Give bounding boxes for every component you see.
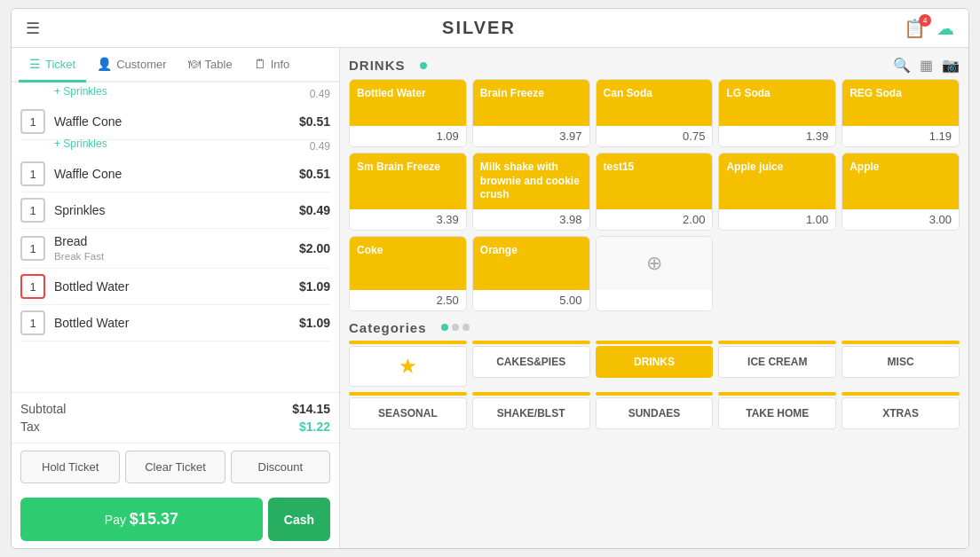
list-item[interactable]: Coke 2.50 [349, 236, 467, 311]
product-price: 1.19 [842, 126, 959, 146]
sidebar-item-category[interactable]: MISC [842, 346, 960, 378]
tab-table-label: Table [205, 58, 233, 71]
product-price: 3.39 [350, 209, 466, 230]
hamburger-icon[interactable]: ☰ [26, 19, 40, 38]
sidebar-item-category[interactable]: XTRAS [842, 397, 960, 429]
list-item[interactable]: Sm Brain Freeze 3.39 [349, 153, 467, 231]
order-item-price: $0.51 [299, 167, 330, 181]
table-row[interactable]: 1 Waffle Cone $0.51 [20, 156, 330, 192]
list-item[interactable]: ⊕ [596, 236, 714, 311]
info-tab-icon: 🗒 [254, 57, 266, 71]
product-card-top: REG Soda [842, 80, 959, 126]
product-name: Apple juice [726, 161, 783, 175]
product-name: LG Soda [726, 87, 770, 101]
order-addon-row: + Sprinkles0.49 [20, 88, 330, 104]
product-name: Apple [850, 161, 879, 175]
order-addon-price: 0.49 [310, 140, 330, 153]
order-qty[interactable]: 1 [20, 310, 45, 335]
notification-icon[interactable]: 📋 4 [904, 18, 926, 39]
category-row: SEASONALSHAKE/BLSTSUNDAESTAKE HOMEXTRAS [349, 392, 960, 429]
tab-info[interactable]: 🗒 Info [243, 48, 301, 82]
hold-ticket-button[interactable]: Hold Ticket [20, 451, 120, 483]
order-item-name: BreadBreak Fast [54, 234, 299, 263]
sidebar-item-category[interactable]: SHAKE/BLST [472, 397, 590, 429]
tax-value: $1.22 [299, 420, 330, 434]
order-qty[interactable]: 1 [20, 198, 45, 223]
product-card-top: Apple [842, 153, 959, 209]
list-item[interactable]: Milk shake with brownie and cookie crush… [472, 153, 590, 231]
tax-label: Tax [20, 420, 40, 434]
product-card-top: Brain Freeze [473, 80, 589, 126]
drinks-actions: 🔍 ▦ 📷 [893, 57, 960, 74]
product-name: Milk shake with brownie and cookie crush [480, 161, 582, 202]
table-row[interactable]: 1 BreadBreak Fast $2.00 [20, 229, 330, 269]
tab-table[interactable]: 🍽 Table [178, 48, 243, 82]
header: ☰ SILVER 📋 4 ☁ [12, 9, 968, 48]
sidebar-item-category[interactable]: SEASONAL [349, 397, 467, 429]
order-addon-label: + Sprinkles [20, 85, 107, 98]
tab-ticket[interactable]: ☰ Ticket [19, 48, 86, 82]
list-item[interactable]: REG Soda 1.19 [842, 79, 960, 147]
table-row[interactable]: 1 Waffle Cone $0.51 [20, 104, 330, 140]
product-price: 3.00 [842, 209, 959, 230]
list-item[interactable]: Orange 5.00 [472, 236, 590, 311]
order-qty[interactable]: 1 [20, 274, 45, 299]
category-row: ★CAKES&PIESDRINKSICE CREAMMISC [349, 341, 960, 387]
order-addon-label: + Sprinkles [20, 137, 107, 150]
table-row[interactable]: 1 Bottled Water $1.09 [20, 269, 330, 305]
order-qty[interactable]: 1 [20, 236, 45, 261]
discount-button[interactable]: Discount [231, 451, 330, 483]
list-item[interactable]: Apple 3.00 [842, 153, 960, 231]
order-item-price: $0.51 [299, 114, 330, 129]
pay-amount: $15.37 [130, 510, 178, 528]
product-name: Bottled Water [357, 87, 426, 101]
order-qty[interactable]: 1 [20, 161, 45, 186]
list-item[interactable]: test15 2.00 [596, 153, 714, 231]
product-price: 0.75 [597, 126, 713, 146]
categories-header: Categories [349, 320, 960, 335]
product-name: Brain Freeze [480, 87, 544, 101]
sidebar-item-category[interactable]: SUNDAES [596, 397, 714, 429]
sidebar-item-category[interactable]: ICE CREAM [718, 346, 836, 378]
product-card-top: Orange [473, 237, 589, 290]
pay-label: Pay [105, 513, 130, 527]
order-totals: Subtotal $14.15 Tax $1.22 [12, 392, 339, 443]
tab-customer[interactable]: 👤 Customer [86, 48, 177, 82]
sidebar-item-category[interactable]: TAKE HOME [718, 397, 836, 429]
product-name: Sm Brain Freeze [357, 161, 440, 175]
app-title: SILVER [54, 18, 904, 38]
product-card-top: Coke [350, 237, 466, 290]
search-icon[interactable]: 🔍 [893, 57, 911, 74]
list-item[interactable]: Brain Freeze 3.97 [472, 79, 590, 147]
drinks-dots [420, 62, 427, 69]
list-item[interactable]: LG Soda 1.39 [718, 79, 836, 147]
product-price: 3.98 [473, 209, 589, 230]
barcode-icon[interactable]: ▦ [920, 57, 933, 74]
list-item[interactable]: Bottled Water 1.09 [349, 79, 467, 147]
clear-ticket-button[interactable]: Clear Ticket [125, 451, 225, 483]
table-row[interactable]: 1 Sprinkles $0.49 [20, 192, 330, 229]
table-tab-icon: 🍽 [188, 57, 201, 71]
product-card-top: Sm Brain Freeze [350, 153, 466, 209]
sidebar-item-category[interactable]: DRINKS [596, 346, 714, 378]
product-grid: Bottled Water 1.09 Brain Freeze 3.97 Can… [349, 79, 960, 311]
add-product-button[interactable]: ⊕ [597, 237, 713, 290]
customer-tab-icon: 👤 [97, 57, 112, 71]
list-item[interactable]: Apple juice 1.00 [718, 153, 836, 231]
camera-icon[interactable]: 📷 [942, 57, 960, 74]
product-price: 2.50 [350, 290, 466, 310]
cash-button[interactable]: Cash [268, 498, 330, 541]
order-item-name: Sprinkles [54, 203, 299, 217]
order-item-name: Bottled Water [54, 316, 299, 330]
list-item[interactable]: Can Soda 0.75 [596, 79, 714, 147]
table-row[interactable]: 1 Bottled Water $1.09 [20, 305, 330, 341]
order-qty[interactable]: 1 [20, 109, 45, 134]
pay-button[interactable]: Pay $15.37 [20, 498, 263, 541]
product-card-top: Milk shake with brownie and cookie crush [473, 153, 589, 209]
sidebar-item-category[interactable]: ★ [349, 346, 467, 387]
cloud-icon[interactable]: ☁ [937, 18, 954, 39]
right-panel: DRINKS 🔍 ▦ 📷 Bottled Water 1.09 Brain F [340, 48, 968, 548]
product-price [597, 290, 713, 310]
order-item-name: Waffle Cone [54, 114, 299, 129]
sidebar-item-category[interactable]: CAKES&PIES [472, 346, 590, 378]
